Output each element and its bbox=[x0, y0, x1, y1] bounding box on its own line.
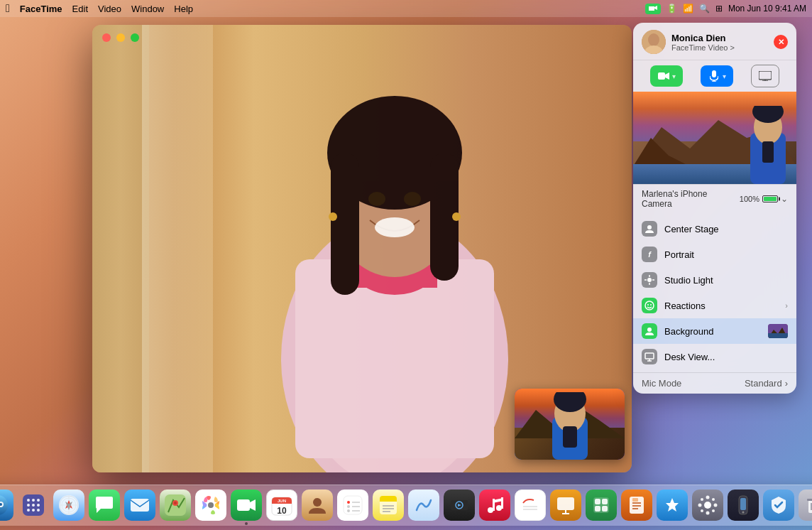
menu-video[interactable]: Video bbox=[98, 4, 121, 14]
dock-item-safari[interactable] bbox=[53, 489, 85, 521]
svg-text:JUN: JUN bbox=[278, 499, 286, 503]
desk-view-label: Desk View... bbox=[664, 352, 788, 362]
dock-item-mail[interactable] bbox=[124, 489, 156, 521]
screen-share-button[interactable] bbox=[751, 65, 779, 87]
safari-icon bbox=[53, 490, 84, 521]
dock-item-facetime[interactable] bbox=[230, 489, 263, 521]
control-center-icon[interactable]: ⊞ bbox=[715, 4, 723, 13]
appletv-icon bbox=[444, 490, 475, 521]
svg-point-103 bbox=[488, 507, 493, 513]
dock-item-privacy[interactable] bbox=[762, 489, 795, 521]
svg-point-78 bbox=[174, 502, 177, 504]
dock-item-appstore[interactable] bbox=[656, 489, 688, 521]
video-toggle-button[interactable]: ▾ bbox=[650, 65, 683, 87]
portrait-item[interactable]: f Portrait bbox=[633, 242, 796, 267]
facetime-dock-icon bbox=[231, 490, 262, 521]
menu-facetime[interactable]: FaceTime bbox=[20, 4, 62, 14]
photos-icon bbox=[195, 490, 226, 521]
portrait-icon: f bbox=[642, 247, 657, 262]
dock-item-reminders[interactable] bbox=[336, 489, 369, 521]
dock-item-news[interactable] bbox=[514, 489, 547, 521]
svg-point-128 bbox=[701, 498, 703, 501]
facetime-active-dot bbox=[245, 522, 248, 525]
dock-item-photos[interactable] bbox=[194, 489, 227, 521]
appstore-icon bbox=[657, 490, 688, 521]
mic-toggle-button[interactable]: ▾ bbox=[701, 65, 733, 87]
syspreferences-icon bbox=[692, 490, 723, 521]
dock-item-contacts[interactable] bbox=[301, 489, 334, 521]
svg-rect-49 bbox=[645, 353, 654, 359]
dock-item-trash[interactable] bbox=[798, 489, 812, 521]
dock-item-music[interactable] bbox=[478, 489, 511, 521]
dock-item-iphone-mirroring[interactable] bbox=[727, 489, 759, 521]
control-row: ▾ ▾ bbox=[633, 60, 796, 92]
contact-subtitle: FaceTime Video > bbox=[671, 43, 768, 52]
dock-item-keynote[interactable] bbox=[549, 489, 582, 521]
close-button[interactable] bbox=[102, 33, 111, 42]
dock-item-numbers[interactable] bbox=[585, 489, 618, 521]
svg-rect-116 bbox=[595, 506, 600, 512]
svg-rect-35 bbox=[762, 141, 774, 163]
studio-light-item[interactable]: Studio Light bbox=[633, 267, 796, 293]
minimize-button[interactable] bbox=[116, 33, 125, 42]
dock-item-calendar[interactable]: 10JUN bbox=[265, 489, 298, 521]
center-stage-icon bbox=[642, 221, 657, 237]
mail-icon bbox=[124, 490, 155, 521]
svg-point-123 bbox=[704, 502, 711, 509]
reactions-right: › bbox=[785, 301, 788, 310]
reactions-item[interactable]: Reactions › bbox=[633, 293, 796, 318]
studio-light-icon bbox=[642, 272, 657, 288]
battery-section: 100% ⌄ bbox=[740, 194, 788, 204]
svg-point-92 bbox=[347, 509, 350, 512]
preview-person bbox=[745, 106, 791, 184]
mic-mode-chevron: › bbox=[785, 378, 788, 389]
maximize-button[interactable] bbox=[131, 33, 139, 42]
svg-rect-19 bbox=[563, 426, 577, 448]
self-view-thumbnail[interactable] bbox=[515, 389, 625, 460]
menu-window[interactable]: Window bbox=[131, 4, 164, 14]
close-notification-button[interactable]: ✕ bbox=[774, 35, 788, 49]
dock-item-messages[interactable] bbox=[88, 489, 121, 521]
apple-menu[interactable]:  bbox=[6, 2, 10, 15]
search-icon[interactable]: 🔍 bbox=[699, 4, 710, 13]
effects-menu-list: Center Stage f Portrait Studio Light Rea… bbox=[633, 213, 796, 372]
background-item[interactable]: Background bbox=[633, 318, 796, 344]
expand-chevron[interactable]: ⌄ bbox=[781, 194, 788, 204]
dock-item-maps[interactable] bbox=[159, 489, 192, 521]
privacy-icon bbox=[763, 490, 794, 521]
calendar-icon: 10JUN bbox=[266, 490, 297, 521]
dock-item-notes[interactable] bbox=[372, 489, 405, 521]
reactions-icon bbox=[642, 298, 657, 313]
camera-source-name: Marlena's iPhone Camera bbox=[642, 189, 740, 209]
menu-edit[interactable]: Edit bbox=[72, 4, 88, 14]
background-icon bbox=[642, 323, 657, 339]
svg-rect-136 bbox=[807, 499, 812, 501]
mic-mode-value[interactable]: Standard › bbox=[745, 378, 788, 389]
svg-point-60 bbox=[32, 499, 35, 502]
center-stage-item[interactable]: Center Stage bbox=[633, 216, 796, 242]
svg-rect-80 bbox=[237, 499, 250, 511]
svg-point-63 bbox=[32, 504, 35, 507]
desk-view-item[interactable]: Desk View... bbox=[633, 344, 796, 369]
camera-source-row: Marlena's iPhone Camera 100% ⌄ bbox=[633, 184, 796, 213]
svg-rect-122 bbox=[632, 498, 638, 502]
dock-item-launchpad[interactable] bbox=[17, 489, 50, 521]
svg-point-44 bbox=[650, 304, 652, 305]
notif-header: Monica Dien FaceTime Video > ✕ bbox=[633, 23, 796, 60]
dock-item-finder[interactable] bbox=[0, 489, 14, 521]
dock-item-freeform[interactable] bbox=[407, 489, 440, 521]
svg-point-125 bbox=[706, 512, 710, 515]
video-icon bbox=[657, 70, 670, 82]
svg-rect-75 bbox=[131, 499, 149, 512]
notification-panel: Monica Dien FaceTime Video > ✕ ▾ ▾ bbox=[633, 23, 796, 394]
center-stage-label: Center Stage bbox=[664, 224, 788, 234]
music-icon bbox=[479, 490, 510, 521]
reactions-chevron: › bbox=[785, 301, 788, 310]
dock-item-pages[interactable] bbox=[620, 489, 653, 521]
dock-item-syspreferences[interactable] bbox=[691, 489, 724, 521]
svg-point-12 bbox=[329, 212, 337, 221]
dock-item-appletv[interactable] bbox=[443, 489, 476, 521]
mic-icon bbox=[708, 70, 720, 82]
svg-point-90 bbox=[347, 505, 350, 508]
menu-help[interactable]: Help bbox=[174, 4, 193, 14]
